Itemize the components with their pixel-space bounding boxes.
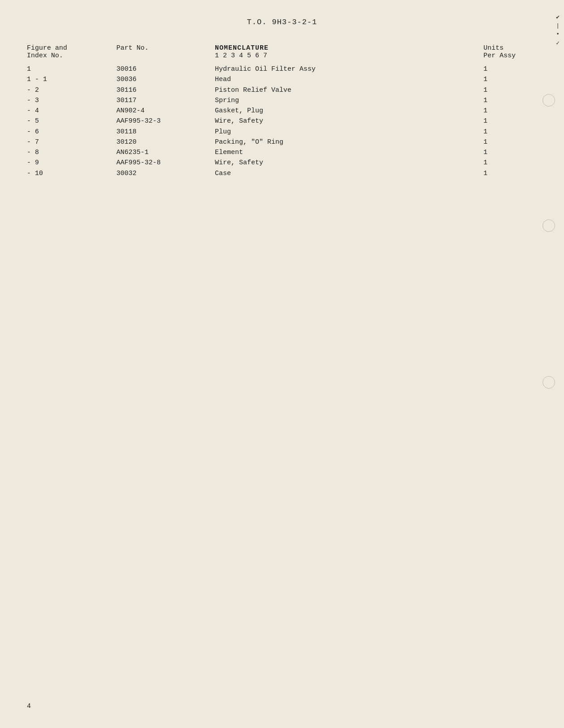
table-row: - 2 30116 Piston Relief Valve 1: [27, 85, 537, 95]
cell-part: AAF995-32-8: [116, 158, 215, 168]
table-row: - 10 30032 Case 1: [27, 168, 537, 179]
cell-part: 30117: [116, 95, 215, 106]
circle-decoration-2: [543, 219, 555, 232]
cell-figure: - 10: [27, 168, 116, 179]
cell-part: 30118: [116, 127, 215, 137]
figure-header: Figure and Index No.: [27, 44, 116, 60]
cell-units: 1: [483, 106, 537, 116]
circle-decoration-3: [543, 376, 555, 389]
cell-nomenclature: Plug: [215, 127, 483, 137]
cell-units: 1: [483, 74, 537, 85]
table-row: - 9 AAF995-32-8 Wire, Safety 1: [27, 158, 537, 168]
cell-units: 1: [483, 158, 537, 168]
figure-label-line1: Figure and: [27, 44, 116, 52]
cell-units: 1: [483, 168, 537, 179]
cell-nomenclature: Head: [215, 74, 483, 85]
cell-figure: - 6: [27, 127, 116, 137]
circle-decoration-1: [543, 94, 555, 107]
table-header: Figure and Index No. Part No. NOMENCLATU…: [27, 44, 537, 60]
edge-mark-1: ✔: [556, 13, 560, 21]
cell-nomenclature: Packing, "O" Ring: [215, 137, 483, 147]
cell-part: AN902-4: [116, 106, 215, 116]
cell-nomenclature: Wire, Safety: [215, 116, 483, 126]
nomenclature-header: NOMENCLATURE 1 2 3 4 5 6 7: [215, 44, 483, 60]
cell-part: 30116: [116, 85, 215, 95]
units-header: Units Per Assy: [483, 44, 537, 60]
cell-units: 1: [483, 85, 537, 95]
page-title: T.O. 9H3-3-2-1: [27, 18, 537, 26]
table-row: - 5 AAF995-32-3 Wire, Safety 1: [27, 116, 537, 126]
units-label-line1: Units: [483, 44, 537, 52]
cell-figure: - 8: [27, 147, 116, 158]
cell-part: 30036: [116, 74, 215, 85]
cell-figure: - 2: [27, 85, 116, 95]
cell-nomenclature: Piston Relief Valve: [215, 85, 483, 95]
cell-figure: - 9: [27, 158, 116, 168]
table-row: 1 30016 Hydraulic Oil Filter Assy 1: [27, 64, 537, 74]
edge-mark-4: ✓: [556, 39, 560, 47]
cell-figure: - 4: [27, 106, 116, 116]
figure-label-line2: Index No.: [27, 52, 116, 60]
nomenclature-label-line2: 1 2 3 4 5 6 7: [215, 52, 483, 60]
cell-nomenclature: Spring: [215, 95, 483, 106]
cell-part: AAF995-32-3: [116, 116, 215, 126]
cell-nomenclature: Element: [215, 147, 483, 158]
cell-nomenclature: Gasket, Plug: [215, 106, 483, 116]
cell-part: AN6235-1: [116, 147, 215, 158]
cell-part: 30120: [116, 137, 215, 147]
cell-nomenclature: Wire, Safety: [215, 158, 483, 168]
cell-figure: - 7: [27, 137, 116, 147]
units-label-line2: Per Assy: [483, 52, 537, 60]
page: ✔ | • ✓ T.O. 9H3-3-2-1 Figure and Index …: [0, 0, 564, 728]
nomenclature-label-line1: NOMENCLATURE: [215, 44, 483, 52]
cell-units: 1: [483, 64, 537, 74]
table-row: - 6 30118 Plug 1: [27, 127, 537, 137]
cell-nomenclature: Hydraulic Oil Filter Assy: [215, 64, 483, 74]
table-row: 1 - 1 30036 Head 1: [27, 74, 537, 85]
cell-units: 1: [483, 147, 537, 158]
edge-marks: ✔ | • ✓: [556, 13, 560, 47]
edge-mark-3: •: [556, 31, 560, 38]
cell-figure: - 3: [27, 95, 116, 106]
page-number: 4: [27, 702, 31, 710]
cell-units: 1: [483, 137, 537, 147]
table-row: - 7 30120 Packing, "O" Ring 1: [27, 137, 537, 147]
cell-figure: 1: [27, 64, 116, 74]
table-row: - 8 AN6235-1 Element 1: [27, 147, 537, 158]
table-row: - 3 30117 Spring 1: [27, 95, 537, 106]
cell-units: 1: [483, 116, 537, 126]
cell-part: 30032: [116, 168, 215, 179]
cell-figure: - 5: [27, 116, 116, 126]
cell-units: 1: [483, 95, 537, 106]
part-no-header: Part No.: [116, 44, 215, 60]
cell-figure: 1 - 1: [27, 74, 116, 85]
table-row: - 4 AN902-4 Gasket, Plug 1: [27, 106, 537, 116]
cell-nomenclature: Case: [215, 168, 483, 179]
part-no-label: Part No.: [116, 44, 215, 52]
edge-mark-2: |: [556, 22, 560, 29]
parts-table: 1 30016 Hydraulic Oil Filter Assy 1 1 - …: [27, 64, 537, 179]
cell-part: 30016: [116, 64, 215, 74]
cell-units: 1: [483, 127, 537, 137]
